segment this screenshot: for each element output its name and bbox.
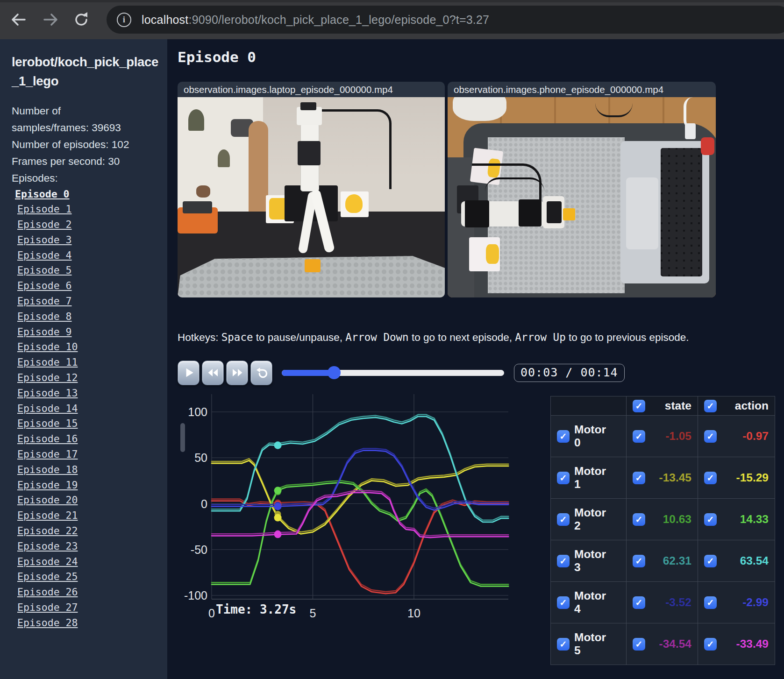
seek-slider-thumb[interactable] [328, 366, 341, 379]
episode-link[interactable]: Episode 13 [12, 386, 159, 401]
checkbox[interactable]: ✓ [633, 472, 645, 484]
fast-forward-button[interactable] [226, 361, 248, 385]
state-value: -1.05 [665, 430, 691, 443]
scene-shirt-print [188, 109, 204, 131]
scene-usb-plug [685, 123, 696, 139]
state-value-cell: ✓-34.54 [627, 623, 698, 665]
site-info-icon[interactable]: i [117, 13, 131, 27]
back-icon[interactable] [9, 10, 28, 29]
episode-link[interactable]: Episode 25 [12, 569, 159, 585]
checkbox[interactable]: ✓ [633, 596, 645, 609]
episode-link[interactable]: Episode 18 [12, 462, 159, 478]
column-label: action [735, 399, 769, 412]
seek-slider[interactable] [282, 370, 504, 376]
episode-link[interactable]: Episode 27 [12, 600, 159, 615]
rewind-icon [207, 367, 220, 378]
checkbox[interactable]: ✓ [704, 596, 717, 609]
hotkey-key: Space [221, 331, 253, 343]
checkbox[interactable]: ✓ [633, 638, 645, 651]
hotkeys-text: to go to previous episode. [566, 332, 689, 343]
episode-link[interactable]: Episode 8 [12, 309, 159, 325]
browser-toolbar: i localhost:9090/lerobot/koch_pick_place… [0, 0, 784, 39]
scene-shirt-print [218, 149, 230, 167]
column-header-state: ✓state [627, 396, 698, 416]
checkbox[interactable]: ✓ [557, 638, 570, 651]
motor-name: Motor 2 [574, 506, 615, 532]
action-value-cell: ✓14.33 [698, 499, 775, 540]
checkbox[interactable]: ✓ [557, 472, 570, 484]
episode-link[interactable]: Episode 7 [12, 294, 159, 309]
checkbox[interactable]: ✓ [633, 513, 645, 526]
play-button[interactable] [178, 361, 200, 385]
episode-link[interactable]: Episode 22 [12, 523, 159, 539]
scene-robot-motor [519, 199, 542, 226]
checkbox[interactable]: ✓ [704, 400, 717, 412]
episode-link[interactable]: Episode 10 [12, 340, 159, 355]
state-value-cell: ✓62.31 [627, 540, 698, 582]
scene-robot-camera [300, 102, 316, 110]
episode-link[interactable]: Episode 15 [12, 416, 159, 431]
checkbox[interactable]: ✓ [633, 430, 645, 443]
episode-link[interactable]: Episode 24 [12, 554, 159, 570]
episode-link[interactable]: Episode 3 [12, 233, 159, 248]
episode-link[interactable]: Episode 11 [12, 355, 159, 370]
episode-link[interactable]: Episode 21 [12, 508, 159, 523]
motor-chart[interactable]: 100500-50-1000510 [184, 390, 514, 629]
video-panel-laptop: observation.images.laptop_episode_000000… [178, 82, 445, 297]
video-panel-phone: observation.images.phone_episode_000000.… [448, 82, 716, 297]
checkbox[interactable]: ✓ [704, 513, 717, 526]
episode-link[interactable]: Episode 1 [12, 202, 159, 217]
episode-link[interactable]: Episode 17 [12, 447, 159, 462]
address-bar[interactable]: i localhost:9090/lerobot/koch_pick_place… [107, 6, 784, 34]
episode-list: Episode 0Episode 1Episode 2Episode 3Epis… [12, 187, 159, 631]
hotkeys-text: Hotkeys: [178, 332, 221, 343]
episode-link[interactable]: Episode 19 [12, 478, 159, 493]
rewind-button[interactable] [202, 361, 224, 385]
scene-shirt-print [196, 185, 210, 198]
motor-label-cell: ✓Motor 4 [551, 582, 627, 623]
episode-link[interactable]: Episode 28 [12, 615, 159, 631]
scene-red-object [701, 137, 714, 156]
action-value: -2.99 [742, 596, 769, 609]
state-value: -34.54 [659, 637, 691, 651]
chart-time-label: Time: 3.27s [216, 602, 296, 616]
motor-label-cell: ✓Motor 0 [551, 416, 627, 457]
checkbox[interactable]: ✓ [557, 555, 570, 567]
episode-link[interactable]: Episode 23 [12, 539, 159, 554]
column-header-action: ✓action [698, 396, 775, 416]
stat-episodes: Number of episodes: 102 [12, 136, 141, 153]
episode-link[interactable]: Episode 6 [12, 278, 159, 294]
action-value: 14.33 [740, 513, 769, 526]
sidebar: lerobot/koch_pick_place_1_lego Number of… [0, 39, 167, 679]
episode-link[interactable]: Episode 26 [12, 585, 159, 600]
checkbox[interactable]: ✓ [633, 555, 645, 567]
svg-text:100: 100 [188, 405, 207, 418]
table-row: ✓Motor 0✓-1.05✓-0.97 [551, 416, 775, 457]
scene-white-object [453, 97, 506, 121]
episode-link[interactable]: Episode 0 [12, 187, 159, 202]
checkbox[interactable]: ✓ [557, 513, 570, 526]
checkbox[interactable]: ✓ [557, 596, 570, 609]
checkbox[interactable]: ✓ [704, 638, 717, 651]
checkbox[interactable]: ✓ [704, 555, 717, 567]
episode-link[interactable]: Episode 20 [12, 493, 159, 508]
dataset-stats: Number of samples/frames: 39693 Number o… [12, 103, 141, 187]
forward-icon[interactable] [41, 10, 60, 29]
episode-link[interactable]: Episode 12 [12, 370, 159, 386]
table-row: ✓Motor 4✓-3.52✓-2.99 [551, 582, 775, 623]
checkbox[interactable]: ✓ [704, 472, 717, 484]
episode-link[interactable]: Episode 4 [12, 248, 159, 263]
checkbox[interactable]: ✓ [704, 430, 717, 443]
episode-link[interactable]: Episode 14 [12, 401, 159, 417]
loop-button[interactable] [250, 361, 272, 385]
checkbox[interactable]: ✓ [557, 430, 570, 443]
episode-link[interactable]: Episode 16 [12, 431, 159, 447]
episode-link[interactable]: Episode 9 [12, 325, 159, 340]
episode-link[interactable]: Episode 5 [12, 263, 159, 278]
scene-cable [595, 97, 633, 117]
state-value: 62.31 [663, 554, 691, 567]
checkbox[interactable]: ✓ [633, 400, 645, 412]
reload-icon[interactable] [72, 10, 91, 29]
scene-keyboard [661, 148, 702, 276]
episode-link[interactable]: Episode 2 [12, 217, 159, 233]
